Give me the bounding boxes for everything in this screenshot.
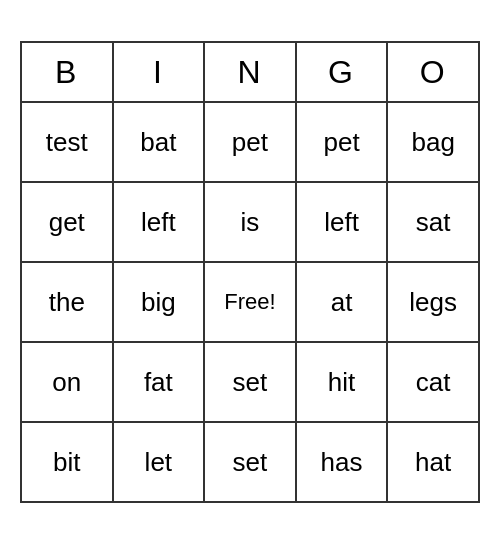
- bingo-cell-4-2: set: [204, 422, 296, 502]
- bingo-cell-2-4: legs: [387, 262, 479, 342]
- bingo-cell-4-1: let: [113, 422, 205, 502]
- bingo-cell-3-3: hit: [296, 342, 388, 422]
- bingo-row-4: bitletsethashat: [21, 422, 479, 502]
- header-i: I: [113, 42, 205, 102]
- bingo-cell-2-2: Free!: [204, 262, 296, 342]
- bingo-cell-2-3: at: [296, 262, 388, 342]
- bingo-cell-0-1: bat: [113, 102, 205, 182]
- bingo-row-3: onfatsethitcat: [21, 342, 479, 422]
- bingo-header-row: BINGO: [21, 42, 479, 102]
- bingo-cell-1-0: get: [21, 182, 113, 262]
- bingo-cell-2-1: big: [113, 262, 205, 342]
- header-o: O: [387, 42, 479, 102]
- bingo-row-0: testbatpetpetbag: [21, 102, 479, 182]
- bingo-cell-0-3: pet: [296, 102, 388, 182]
- bingo-cell-1-4: sat: [387, 182, 479, 262]
- bingo-cell-0-2: pet: [204, 102, 296, 182]
- bingo-cell-0-4: bag: [387, 102, 479, 182]
- bingo-cell-4-3: has: [296, 422, 388, 502]
- bingo-card: BINGO testbatpetpetbaggetleftisleftsatth…: [20, 41, 480, 503]
- bingo-cell-3-4: cat: [387, 342, 479, 422]
- header-g: G: [296, 42, 388, 102]
- bingo-cell-3-2: set: [204, 342, 296, 422]
- header-b: B: [21, 42, 113, 102]
- bingo-cell-1-2: is: [204, 182, 296, 262]
- bingo-cell-4-4: hat: [387, 422, 479, 502]
- bingo-cell-4-0: bit: [21, 422, 113, 502]
- bingo-cell-0-0: test: [21, 102, 113, 182]
- bingo-cell-3-1: fat: [113, 342, 205, 422]
- bingo-cell-1-3: left: [296, 182, 388, 262]
- header-n: N: [204, 42, 296, 102]
- bingo-row-2: thebigFree!atlegs: [21, 262, 479, 342]
- bingo-cell-1-1: left: [113, 182, 205, 262]
- bingo-cell-2-0: the: [21, 262, 113, 342]
- bingo-row-1: getleftisleftsat: [21, 182, 479, 262]
- bingo-cell-3-0: on: [21, 342, 113, 422]
